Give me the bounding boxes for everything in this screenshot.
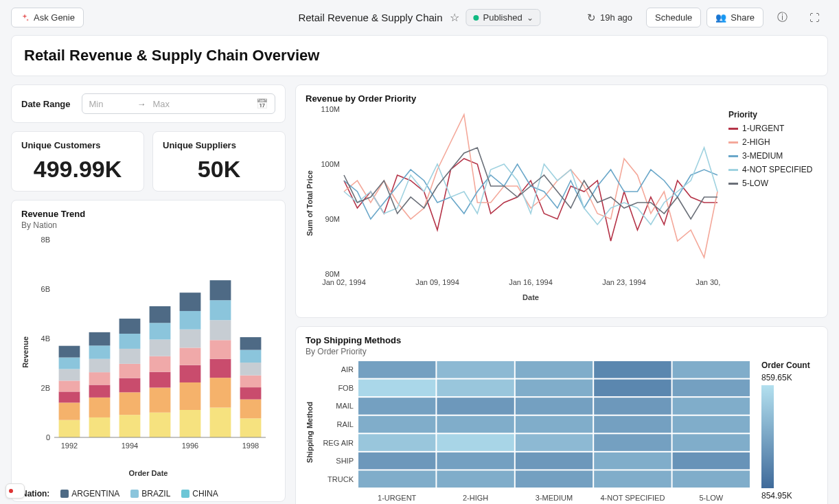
nation-legend-item: ARGENTINA [60,489,119,499]
heatmap-legend-title: Order Count [761,360,810,370]
status-dot-icon [474,15,479,21]
floating-notification-button[interactable] [5,483,25,499]
sparkle-icon [20,13,30,23]
priority-chart[interactable]: 80M90M100M110MJan 02, 1994Jan 09, 1994Ja… [317,104,722,303]
svg-rect-52 [240,350,262,363]
heatmap-card: Top Shipping Methods By Order Priority S… [295,326,828,504]
svg-text:RAIL: RAIL [337,420,354,428]
svg-rect-49 [240,387,262,399]
svg-text:Date: Date [522,293,539,301]
heatmap-subtitle: By Order Priority [306,347,818,356]
svg-rect-73 [594,361,671,378]
status-label: Published [483,12,522,23]
page-title: Retail Revenue & Supply Chain Overview [24,47,815,65]
svg-text:2-HIGH: 2-HIGH [463,494,488,502]
svg-rect-109 [594,470,671,488]
svg-rect-18 [89,332,111,345]
svg-rect-7 [59,391,80,402]
svg-rect-39 [180,293,201,311]
svg-rect-25 [119,319,141,334]
share-label: Share [731,12,755,23]
svg-rect-90 [516,416,593,433]
svg-text:Jan 30, 1994: Jan 30, 1994 [696,278,722,286]
star-icon[interactable] [450,11,459,24]
svg-text:0: 0 [46,433,50,442]
publish-status-dropdown[interactable]: Published [466,9,541,26]
svg-text:90M: 90M [325,215,340,223]
svg-text:1-URGENT: 1-URGENT [378,494,417,502]
svg-rect-30 [150,339,171,356]
svg-text:Jan 09, 1994: Jan 09, 1994 [415,278,459,286]
date-range-input[interactable] [82,93,275,114]
svg-rect-46 [210,280,231,300]
svg-rect-95 [437,434,514,451]
schedule-label: Schedule [655,12,692,23]
svg-text:AIR: AIR [341,365,354,374]
svg-rect-10 [59,358,80,369]
svg-rect-70 [358,361,435,378]
refresh-icon [587,12,596,24]
svg-rect-37 [180,330,201,348]
info-icon [777,11,788,24]
svg-rect-107 [437,470,514,488]
ask-genie-button[interactable]: Ask Genie [11,8,84,27]
date-max-input[interactable] [153,99,194,109]
svg-rect-9 [59,369,80,380]
svg-rect-43 [210,340,231,358]
svg-rect-41 [210,378,231,407]
share-button[interactable]: Share [706,8,763,27]
svg-rect-5 [59,420,80,437]
svg-rect-6 [59,402,80,420]
notification-dot-icon [9,489,13,493]
svg-rect-79 [594,380,671,397]
expand-icon [809,12,820,23]
svg-rect-76 [358,380,435,397]
fullscreen-button[interactable] [801,8,828,27]
svg-rect-89 [437,416,514,433]
svg-text:TRUCK: TRUCK [327,475,354,483]
svg-text:FOB: FOB [338,384,354,392]
revenue-trend-subtitle: By Nation [21,220,275,230]
svg-rect-42 [210,359,231,378]
svg-rect-32 [150,306,171,323]
svg-rect-44 [210,320,231,340]
svg-rect-82 [358,398,435,415]
page-breadcrumb-title: Retail Revenue & Supply Chain [298,12,442,23]
nation-legend-item: BRAZIL [130,489,170,499]
share-icon [715,12,726,23]
svg-rect-96 [516,434,593,451]
schedule-button[interactable]: Schedule [646,8,701,27]
priority-legend-item: 2-HIGH [728,135,812,149]
svg-text:Jan 23, 1994: Jan 23, 1994 [602,278,646,286]
calendar-icon[interactable] [256,98,268,109]
svg-text:2B: 2B [41,384,50,392]
svg-rect-74 [673,361,750,378]
svg-rect-103 [594,453,671,470]
svg-rect-71 [437,361,514,378]
svg-rect-22 [119,364,141,378]
svg-rect-19 [119,415,141,437]
priority-legend-item: 3-MEDIUM [728,149,812,163]
page-title-card: Retail Revenue & Supply Chain Overview [11,35,828,76]
revenue-trend-chart[interactable]: 02B4B6B8B1992199419961998 [30,236,270,469]
svg-rect-8 [59,380,80,391]
svg-rect-53 [240,337,262,350]
svg-text:MAIL: MAIL [336,402,354,410]
svg-rect-84 [516,398,593,415]
topbar: Ask Genie Retail Revenue & Supply Chain … [0,0,839,35]
topbar-right: 19h ago Schedule Share [579,7,828,28]
refresh-text: 19h ago [600,12,632,23]
svg-text:4-NOT SPECIFIED: 4-NOT SPECIFIED [600,494,665,502]
svg-rect-29 [150,356,171,372]
breadcrumb: Retail Revenue & Supply Chain Published [298,9,540,26]
refresh-indicator[interactable]: 19h ago [579,8,641,28]
svg-text:Jan 16, 1994: Jan 16, 1994 [509,278,553,286]
svg-rect-17 [89,345,111,358]
revenue-trend-title: Revenue Trend [21,209,275,219]
info-button[interactable] [769,7,796,28]
kpi-customers-card: Unique Customers 499.99K [11,131,144,192]
date-min-input[interactable] [89,99,130,109]
svg-text:80M: 80M [325,270,340,278]
heatmap-chart[interactable]: AIRFOBMAILRAILREG AIRSHIPTRUCK1-URGENT2-… [314,360,753,504]
kpi-suppliers-label: Unique Suppliers [163,140,275,150]
